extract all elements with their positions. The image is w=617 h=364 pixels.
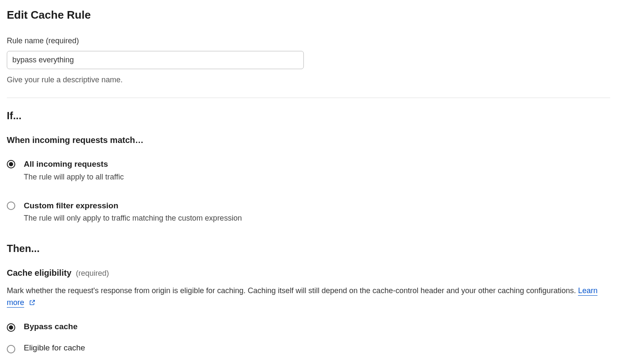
radio-label: Bypass cache — [24, 321, 78, 333]
eligibility-radio-group: Bypass cache Eligible for cache — [7, 321, 610, 354]
rule-name-field: Rule name (required) Give your rule a de… — [7, 35, 610, 86]
eligibility-heading: Cache eligibility (required) — [7, 266, 610, 279]
radio-content: Custom filter expression The rule will o… — [24, 200, 610, 224]
radio-icon — [7, 323, 15, 332]
radio-bypass-cache[interactable]: Bypass cache — [7, 321, 610, 333]
radio-eligible-for-cache[interactable]: Eligible for cache — [7, 342, 610, 354]
external-link-icon — [29, 298, 36, 310]
eligibility-required: (required) — [76, 269, 109, 277]
page-title: Edit Cache Rule — [7, 7, 610, 23]
if-heading: If... — [7, 108, 610, 123]
radio-all-incoming[interactable]: All incoming requests The rule will appl… — [7, 158, 610, 183]
radio-icon — [7, 160, 15, 168]
radio-title: Custom filter expression — [24, 200, 610, 212]
match-radio-group: All incoming requests The rule will appl… — [7, 158, 610, 224]
radio-custom-filter[interactable]: Custom filter expression The rule will o… — [7, 200, 610, 224]
radio-desc: The rule will only apply to traffic matc… — [24, 213, 610, 224]
radio-icon — [7, 345, 15, 353]
radio-icon — [7, 202, 15, 210]
radio-content: All incoming requests The rule will appl… — [24, 158, 610, 183]
rule-name-help: Give your rule a descriptive name. — [7, 74, 610, 86]
radio-title: All incoming requests — [24, 158, 610, 171]
section-divider — [7, 98, 610, 98]
rule-name-label: Rule name (required) — [7, 35, 610, 47]
then-heading: Then... — [7, 241, 610, 256]
eligibility-desc-text: Mark whether the request's response from… — [7, 286, 578, 295]
radio-desc: The rule will apply to all traffic — [24, 171, 610, 183]
eligibility-description: Mark whether the request's response from… — [7, 285, 610, 310]
eligibility-title: Cache eligibility — [7, 268, 71, 277]
if-subheading: When incoming requests match… — [7, 134, 610, 146]
radio-label: Eligible for cache — [24, 342, 85, 354]
rule-name-input[interactable] — [7, 51, 304, 69]
